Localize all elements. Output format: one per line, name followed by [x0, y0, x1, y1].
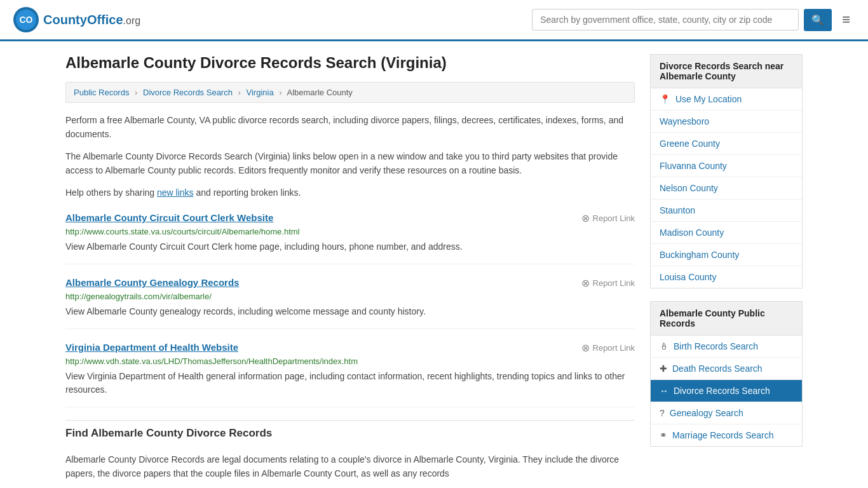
public-records-link-1[interactable]: ✚Death Records Search — [651, 358, 802, 380]
search-button[interactable]: 🔍 — [804, 9, 832, 31]
find-section: Find Albemarle County Divorce Records Al… — [65, 420, 635, 481]
logo-text: CountyOffice.org — [43, 13, 140, 27]
nearby-link-1[interactable]: Waynesboro — [651, 111, 802, 133]
record-url-0: http://www.courts.state.va.us/courts/cir… — [65, 227, 635, 236]
report-link-0[interactable]: ⊗ Report Link — [581, 212, 635, 224]
public-records-links: 🕯Birth Records Search✚Death Records Sear… — [650, 336, 803, 447]
nearby-link-7[interactable]: Buckingham County — [651, 244, 802, 266]
records-container: Albemarle County Circuit Court Clerk Web… — [65, 212, 635, 407]
breadcrumb-divorce-records[interactable]: Divorce Records Search — [143, 88, 233, 97]
pr-icon-2: ↔ — [660, 386, 668, 396]
svg-text:CO: CO — [20, 15, 33, 25]
pr-icon-0: 🕯 — [660, 341, 668, 351]
nearby-link-0[interactable]: 📍Use My Location — [651, 88, 802, 111]
pr-icon-4: ⚭ — [660, 430, 667, 440]
record-desc-1: View Albemarle County genealogy records,… — [65, 305, 635, 318]
public-records-section-title: Albemarle County Public Records — [650, 301, 803, 336]
description: Perform a free Albemarle County, VA publ… — [65, 113, 635, 200]
nearby-link-8[interactable]: Louisa County — [651, 266, 802, 288]
record-title-2[interactable]: Virginia Department of Health Website — [65, 342, 238, 353]
description-3: Help others by sharing new links and rep… — [65, 186, 635, 200]
search-icon: 🔍 — [811, 15, 824, 25]
nearby-link-6[interactable]: Madison County — [651, 222, 802, 244]
public-records-link-3[interactable]: ?Genealogy Search — [651, 402, 802, 424]
search-input[interactable] — [532, 9, 799, 30]
public-records-link-2[interactable]: ↔Divorce Records Search — [651, 380, 802, 402]
report-icon-1: ⊗ — [581, 277, 590, 289]
nearby-link-5[interactable]: Staunton — [651, 200, 802, 222]
search-area: 🔍 ≡ — [532, 9, 855, 31]
report-icon-2: ⊗ — [581, 342, 590, 354]
public-records-link-0[interactable]: 🕯Birth Records Search — [651, 336, 802, 358]
breadcrumb-public-records[interactable]: Public Records — [74, 88, 129, 97]
record-desc-2: View Virginia Department of Health gener… — [65, 370, 635, 396]
sidebar: Divorce Records Search near Albemarle Co… — [650, 54, 803, 481]
find-title: Find Albemarle County Divorce Records — [65, 420, 635, 446]
breadcrumb: Public Records › Divorce Records Search … — [65, 82, 635, 103]
description-1: Perform a free Albemarle County, VA publ… — [65, 113, 635, 142]
breadcrumb-current: Albemarle County — [287, 88, 353, 97]
record-block: Albemarle County Circuit Court Clerk Web… — [65, 212, 635, 264]
report-link-1[interactable]: ⊗ Report Link — [581, 277, 635, 289]
public-records-link-4[interactable]: ⚭Marriage Records Search — [651, 424, 802, 446]
nearby-link-4[interactable]: Nelson County — [651, 177, 802, 200]
logo-icon: CO — [13, 6, 39, 33]
nearby-section-title: Divorce Records Search near Albemarle Co… — [650, 54, 803, 88]
record-block: Albemarle County Genealogy Records ⊗ Rep… — [65, 277, 635, 329]
logo-area: CO CountyOffice.org — [13, 6, 140, 33]
hamburger-icon: ≡ — [842, 11, 850, 27]
main-container: Albemarle County Divorce Records Search … — [53, 41, 815, 488]
nearby-links: 📍Use My LocationWaynesboroGreene CountyF… — [650, 88, 803, 288]
pr-icon-3: ? — [660, 408, 665, 418]
nearby-icon-0: 📍 — [660, 94, 670, 104]
record-url-1: http://genealogytrails.com/vir/albemarle… — [65, 292, 635, 301]
pr-icon-1: ✚ — [660, 363, 667, 374]
record-desc-0: View Albemarle County Circuit Court Cler… — [65, 240, 635, 254]
record-block: Virginia Department of Health Website ⊗ … — [65, 342, 635, 407]
find-desc: Albemarle County Divorce Records are leg… — [65, 452, 635, 481]
record-title-0[interactable]: Albemarle County Circuit Court Clerk Web… — [65, 212, 273, 223]
description-2: The Albemarle County Divorce Records Sea… — [65, 149, 635, 178]
menu-button[interactable]: ≡ — [837, 9, 855, 30]
nearby-link-2[interactable]: Greene County — [651, 133, 802, 155]
page-title: Albemarle County Divorce Records Search … — [65, 54, 635, 72]
report-icon-0: ⊗ — [581, 212, 590, 224]
new-links-link[interactable]: new links — [157, 187, 194, 198]
record-title-1[interactable]: Albemarle County Genealogy Records — [65, 277, 239, 288]
nearby-link-3[interactable]: Fluvanna County — [651, 155, 802, 177]
header: CO CountyOffice.org 🔍 ≡ — [0, 0, 868, 41]
breadcrumb-virginia[interactable]: Virginia — [247, 88, 274, 97]
report-link-2[interactable]: ⊗ Report Link — [581, 342, 635, 354]
record-url-2: http://www.vdh.state.va.us/LHD/ThomasJef… — [65, 356, 635, 366]
content: Albemarle County Divorce Records Search … — [65, 54, 635, 481]
